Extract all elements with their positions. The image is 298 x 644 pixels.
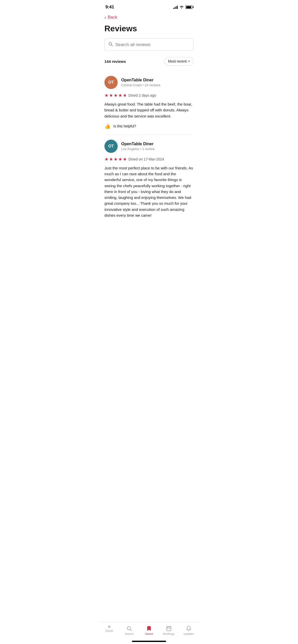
status-bar: 9:41	[99, 0, 199, 13]
reviewer-name: OpenTable Diner	[121, 142, 155, 146]
reviews-count: 144 reviews	[104, 59, 126, 64]
search-icon	[108, 42, 113, 48]
avatar: OT	[104, 76, 118, 89]
stars-row: ★ ★ ★ ★ ★ Dined on 17-Mar-2024	[104, 156, 194, 162]
dine-date: Dined on 17-Mar-2024	[128, 157, 164, 161]
reviewer-meta: Los Angeles • 1 review	[121, 147, 155, 151]
review-text: Always great food. The table had the bee…	[104, 101, 194, 119]
back-label: Back	[108, 15, 117, 20]
battery-icon	[185, 5, 193, 9]
reviews-header: 144 reviews Most recent ▾	[99, 57, 199, 71]
signal-icon	[173, 5, 178, 9]
dine-date: Dined 2 days ago	[128, 93, 156, 97]
reviewer-info: OpenTable Diner Los Angeles • 1 review	[121, 142, 155, 151]
reviewer-info: OpenTable Diner Central Coast • 14 revie…	[121, 78, 160, 87]
review-card: OT OpenTable Diner Central Coast • 14 re…	[99, 71, 199, 134]
star-rating: ★ ★ ★ ★ ★	[104, 93, 127, 98]
sort-dropdown[interactable]: Most recent ▾	[164, 57, 194, 66]
thumbs-up-icon: 👍	[104, 123, 111, 129]
stars-row: ★ ★ ★ ★ ★ Dined 2 days ago	[104, 93, 194, 98]
back-chevron-icon: ‹	[104, 15, 106, 20]
status-icons	[173, 5, 193, 9]
wifi-icon	[179, 5, 184, 9]
svg-line-1	[111, 45, 112, 46]
reviewer-header: OT OpenTable Diner Central Coast • 14 re…	[104, 76, 194, 89]
review-text: Just the most perfect place to be with o…	[104, 165, 194, 218]
search-input[interactable]	[115, 42, 190, 47]
status-time: 9:41	[105, 5, 114, 10]
star-rating: ★ ★ ★ ★ ★	[104, 156, 127, 162]
avatar: OT	[104, 140, 118, 153]
sort-label: Most recent	[168, 59, 187, 63]
helpful-label[interactable]: Is this helpful?	[113, 124, 136, 128]
back-button[interactable]: ‹ Back	[99, 13, 199, 23]
reviewer-name: OpenTable Diner	[121, 78, 160, 82]
search-bar[interactable]	[104, 38, 194, 51]
review-card: OT OpenTable Diner Los Angeles • 1 revie…	[99, 135, 199, 218]
helpful-row[interactable]: 👍 Is this helpful?	[104, 123, 194, 134]
page-title: Reviews	[99, 23, 199, 38]
reviewer-header: OT OpenTable Diner Los Angeles • 1 revie…	[104, 140, 194, 153]
reviewer-meta: Central Coast • 14 reviews	[121, 83, 160, 87]
chevron-down-icon: ▾	[188, 60, 190, 63]
